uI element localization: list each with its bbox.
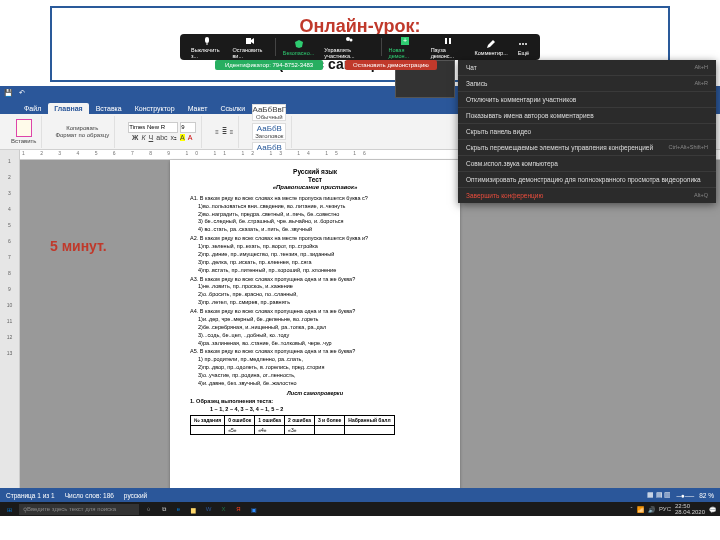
zoom-menu-share-sound[interactable]: Совм.испол.звука компьютера [458, 156, 716, 172]
zoom-menu-hide-float[interactable]: Скрыть перемещаемые элементы управления … [458, 140, 716, 156]
tab-refs[interactable]: Ссылки [214, 103, 251, 114]
svg-point-9 [519, 43, 521, 45]
zoom-stop-share-button[interactable]: Остановить демонстрацию [345, 60, 437, 70]
answer-key: 1 – 1, 2 – 4, 3 – 3, 4 – 1, 5 – 2 [210, 406, 440, 413]
zoom-more-menu: ЧатAlt+H ЗаписьAlt+R Отключить комментар… [458, 60, 716, 203]
align-left-button[interactable]: ≡ [230, 129, 234, 135]
word-taskbar-icon[interactable]: W [203, 504, 214, 515]
edge-icon[interactable]: e [173, 504, 184, 515]
svg-point-10 [522, 43, 524, 45]
zoom-annotate-button[interactable]: Комментир... [470, 37, 513, 58]
zoom-menu-chat[interactable]: ЧатAlt+H [458, 60, 716, 76]
cortana-icon[interactable]: ○ [143, 504, 154, 515]
font-size-input[interactable] [180, 122, 196, 133]
windows-taskbar: ⊞ ⚲ Введите здесь текст для поиска ○ ⧉ e… [0, 502, 720, 516]
style-h1[interactable]: АаБбВЗаголовок [252, 123, 286, 140]
svg-rect-7 [445, 38, 447, 44]
zoom-participants-button[interactable]: Управлять участника... [319, 34, 378, 61]
svg-rect-2 [246, 38, 251, 44]
selfcheck-title: Лист самопроверки [190, 390, 440, 397]
svg-point-3 [346, 37, 350, 41]
zoom-toolbar: Выключить з... Остановить ви... Безопасн… [180, 34, 540, 60]
highlight-button[interactable]: A [180, 134, 185, 141]
doc-sub: Тест [190, 176, 440, 184]
tab-home[interactable]: Главная [48, 103, 88, 114]
status-lang[interactable]: русский [124, 492, 147, 499]
question-5: А5. В каком ряду во всех словах пропущен… [190, 348, 440, 355]
tray-volume-icon[interactable]: 🔊 [648, 506, 655, 513]
tab-design[interactable]: Конструктор [129, 103, 181, 114]
taskbar-search[interactable]: ⚲ Введите здесь текст для поиска [19, 504, 139, 515]
answer-key-label: 1. Образец выполнения теста: [190, 398, 440, 405]
tab-layout[interactable]: Макет [182, 103, 214, 114]
paste-group[interactable]: Вставить [6, 116, 42, 148]
style-normal[interactable]: АаБбВвГОбычный [252, 104, 286, 121]
font-name-input[interactable] [128, 122, 178, 133]
vertical-ruler: 12345678910111213 [0, 150, 20, 502]
doc-topic: «Правописание приставок» [190, 184, 440, 192]
question-3: А3. В каком ряду во всех словах пропущен… [190, 276, 440, 283]
tray-network-icon[interactable]: 📶 [637, 506, 644, 513]
fontcolor-button[interactable]: A [188, 134, 193, 141]
svg-rect-0 [205, 37, 209, 43]
clipboard-group: Копировать Формат по образцу [50, 116, 115, 148]
score-table: № задания0 ошибок1 ошибка2 ошибка3 и бол… [190, 415, 395, 435]
tray-chevron-icon[interactable]: ˄ [630, 506, 633, 513]
status-page[interactable]: Страница 1 из 1 [6, 492, 55, 499]
bullets-button[interactable]: ≡ [215, 129, 219, 135]
zoom-taskbar-icon[interactable]: ▣ [248, 504, 259, 515]
tab-insert[interactable]: Вставка [90, 103, 128, 114]
question-4: А4. В каком ряду во всех словах пропущен… [190, 308, 440, 315]
italic-button[interactable]: К [141, 134, 145, 141]
paste-icon [16, 119, 32, 137]
question-2: А2. В каком ряду во всех словах на месте… [190, 235, 440, 242]
format-painter-button[interactable]: Формат по образцу [55, 132, 109, 138]
zoom-mute-button[interactable]: Выключить з... [186, 34, 227, 61]
doc-title: Русский язык [190, 168, 440, 176]
paragraph-group: ≡ ≣ ≡ [210, 116, 239, 148]
zoom-more-button[interactable]: Ещё [513, 37, 534, 58]
status-words[interactable]: Число слов: 186 [65, 492, 114, 499]
svg-point-11 [525, 43, 527, 45]
underline-button[interactable]: Ч [149, 134, 154, 141]
tray-lang[interactable]: РУС [659, 506, 671, 512]
strike-button[interactable]: abc [156, 134, 167, 141]
question-1: А1. В каком ряду во всех словах на месте… [190, 195, 440, 202]
zoom-menu-record[interactable]: ЗаписьAlt+R [458, 76, 716, 92]
zoom-slider[interactable]: ─●── [676, 492, 694, 499]
zoom-menu-optimize[interactable]: Оптимизировать демонстрацию для полноэкр… [458, 172, 716, 188]
zoom-video-button[interactable]: Остановить ви... [227, 34, 273, 61]
svg-point-4 [349, 38, 352, 41]
start-button[interactable]: ⊞ [4, 504, 15, 515]
zoom-menu-disable-annot[interactable]: Отключить комментарии участников [458, 92, 716, 108]
view-buttons[interactable]: ▦ ▤ ▥ [647, 491, 672, 499]
sub-button[interactable]: x₂ [171, 134, 178, 142]
undo-icon[interactable]: ↶ [19, 89, 25, 97]
zoom-security-button[interactable]: Безопасно... [278, 37, 320, 58]
timer-label: 5 минут. [50, 238, 107, 254]
zoom-pause-button[interactable]: Пауза демонс... [426, 34, 470, 61]
svg-text:+: + [402, 37, 406, 44]
zoom-level[interactable]: 82 % [699, 492, 714, 499]
zoom-meeting-id: Идентификатор: 794-8752-3483 [215, 60, 323, 70]
yandex-icon[interactable]: Я [233, 504, 244, 515]
zoom-newshare-button[interactable]: +Новая демон... [383, 34, 425, 61]
copy-button[interactable]: Копировать [66, 125, 98, 131]
save-icon[interactable]: 💾 [4, 89, 13, 97]
document-page[interactable]: Русский язык Тест «Правописание приставо… [170, 160, 460, 500]
svg-rect-8 [449, 38, 451, 44]
tray-notifications-icon[interactable]: 💬 [709, 506, 716, 513]
explorer-icon[interactable]: ▆ [188, 504, 199, 515]
bold-button[interactable]: Ж [132, 134, 138, 141]
word-app: Выключить з... Остановить ви... Безопасн… [0, 86, 720, 516]
taskview-icon[interactable]: ⧉ [158, 504, 169, 515]
numbering-button[interactable]: ≣ [222, 128, 227, 135]
excel-taskbar-icon[interactable]: X [218, 504, 229, 515]
styles-group: АаБбВвГОбычный АаБбВЗаголовок АаБбВЗагол… [247, 116, 292, 148]
tray-clock[interactable]: 22:5028.04.2020 [675, 503, 705, 515]
font-group: Ж К Ч abc x₂ A A [123, 116, 202, 148]
zoom-menu-end[interactable]: Завершить конференциюAlt+Q [458, 188, 716, 203]
zoom-menu-show-names[interactable]: Показывать имена авторов комментариев [458, 108, 716, 124]
tab-file[interactable]: Файл [18, 103, 47, 114]
zoom-menu-hide-video[interactable]: Скрыть панель видео [458, 124, 716, 140]
